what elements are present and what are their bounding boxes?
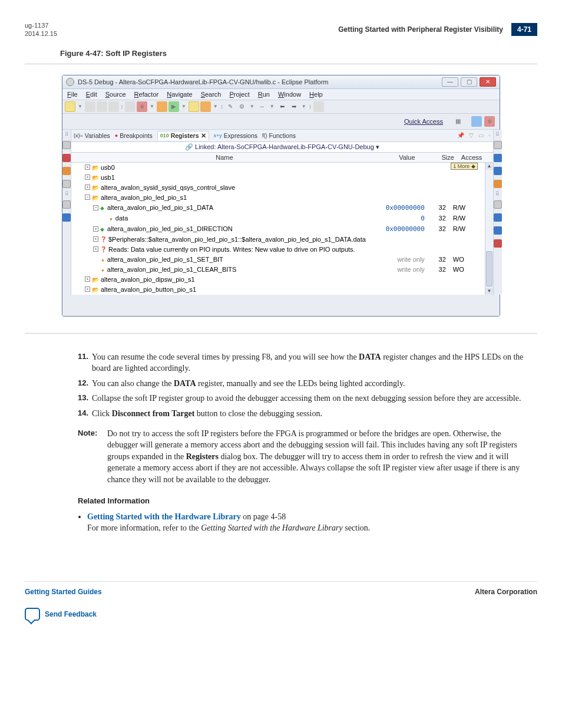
bug-side-icon[interactable] xyxy=(62,154,71,162)
tab-registers[interactable]: 010Registers ✕ xyxy=(157,131,209,140)
expander-icon[interactable]: + xyxy=(85,185,90,190)
perspective-debug-icon[interactable]: ※ xyxy=(484,116,495,127)
expander-icon[interactable]: + xyxy=(85,276,90,282)
related-link[interactable]: Getting Started with the Hardware Librar… xyxy=(87,512,241,521)
view-r1-icon[interactable] xyxy=(494,154,502,162)
linked-row[interactable]: 🔗 Linked: Altera-SoCFPGA-HardwareLib-FPG… xyxy=(71,142,493,153)
view-r6-icon[interactable] xyxy=(494,239,502,248)
restore2-icon[interactable] xyxy=(494,200,502,209)
expander-icon[interactable]: − xyxy=(93,205,98,210)
menu-search[interactable]: Search xyxy=(201,91,222,98)
new-icon[interactable] xyxy=(65,101,75,112)
quick-access-link[interactable]: Quick Access xyxy=(404,118,443,125)
maximize-view-icon[interactable]: ▫ xyxy=(488,132,491,139)
col-size[interactable]: Size xyxy=(437,153,458,162)
menu-run[interactable]: Run xyxy=(258,91,270,98)
left-sidebar[interactable]: ⠿ ⠿ xyxy=(62,130,71,295)
expander-icon[interactable]: + xyxy=(85,286,90,292)
tree-row[interactable]: − altera_avalon_pio_led_pio_s1_DATA0x000… xyxy=(71,203,485,213)
col-name[interactable]: Name xyxy=(71,153,378,162)
main-toolbar[interactable]: ▼ | ※▼ ▶▼ ▼ | ✎ ⚙▼ ↔▼ ⬅ ➡▼ | xyxy=(62,100,500,114)
save-all-icon[interactable] xyxy=(97,101,107,112)
tool-icon[interactable]: ⚙ xyxy=(237,101,247,112)
grid-header[interactable]: Name Value Size Access xyxy=(71,153,493,163)
rss-icon[interactable] xyxy=(157,101,167,112)
scroll-up-icon[interactable]: ▲ xyxy=(485,163,493,170)
menu-refactor[interactable]: Refactor xyxy=(134,91,159,98)
tree-row[interactable]: +❓ Reads: Data value currently on PIO in… xyxy=(71,245,485,255)
expander-icon[interactable]: + xyxy=(85,174,90,180)
view-r3-icon[interactable] xyxy=(494,180,502,188)
view-side-icon[interactable] xyxy=(62,213,71,222)
drag-handle-icon[interactable]: ⠿ xyxy=(65,133,69,136)
close-button[interactable]: ✕ xyxy=(480,77,496,87)
binary-icon[interactable] xyxy=(125,101,135,112)
col-value[interactable]: Value xyxy=(378,153,437,162)
expander-icon[interactable]: + xyxy=(85,164,90,170)
perspective-open-icon[interactable]: ▦ xyxy=(452,116,463,127)
drag-handle-icon[interactable]: ⠿ xyxy=(495,133,500,136)
restore-icon[interactable] xyxy=(62,141,71,149)
folder-side-icon[interactable] xyxy=(62,167,71,175)
expander-icon[interactable]: + xyxy=(93,226,98,232)
bug-icon[interactable]: ※ xyxy=(137,101,147,112)
folder-icon[interactable] xyxy=(189,101,199,112)
registers-tree[interactable]: 1 More ◆ + usb0+ usb1+ altera_avalon_sys… xyxy=(71,163,485,295)
back-button[interactable]: ⬅ xyxy=(277,101,287,112)
outline-side-icon[interactable] xyxy=(62,180,71,188)
tree-row[interactable]: + usb0 xyxy=(71,163,485,173)
menu-window[interactable]: Window xyxy=(278,91,301,98)
misc-icon[interactable] xyxy=(313,101,324,112)
tree-row[interactable]: + altera_avalon_pio_dipsw_pio_s1 xyxy=(71,275,485,285)
view-r4-icon[interactable] xyxy=(494,213,502,222)
right-sidebar[interactable]: ⠿ ⠿ xyxy=(493,130,502,295)
view-tabs[interactable]: (x)=Variables ●Breakpoints 010Registers … xyxy=(71,130,493,142)
send-feedback-link[interactable]: Send Feedback xyxy=(45,610,97,618)
menu-file[interactable]: File xyxy=(67,91,78,98)
col-access[interactable]: Access xyxy=(458,153,493,162)
tab-breakpoints[interactable]: ●Breakpoints xyxy=(115,132,153,139)
print-icon[interactable] xyxy=(108,101,119,112)
tree-row[interactable]: + usb1 xyxy=(71,173,485,183)
expander-icon[interactable]: + xyxy=(93,246,98,252)
restore-icon[interactable] xyxy=(494,141,502,149)
scroll-thumb[interactable] xyxy=(486,251,492,286)
restore2-icon[interactable] xyxy=(62,200,71,209)
minimize-button[interactable]: — xyxy=(442,77,458,87)
feedback-icon[interactable] xyxy=(25,608,40,621)
menu-navigate[interactable]: Navigate xyxy=(167,91,192,98)
scroll-down-icon[interactable]: ▼ xyxy=(485,288,493,295)
footer-left[interactable]: Getting Started Guides xyxy=(25,588,102,596)
more-badge[interactable]: 1 More ◆ xyxy=(451,163,478,170)
tree-row[interactable]: + altera_avalon_sysid_sysid_qsys_control… xyxy=(71,183,485,193)
drag-handle-icon[interactable]: ⠿ xyxy=(495,193,500,196)
expander-icon[interactable]: + xyxy=(93,236,98,242)
menu-dropdown-icon[interactable]: ▽ xyxy=(469,132,474,139)
expander-icon[interactable]: − xyxy=(85,195,90,200)
tree-row[interactable]: − altera_avalon_pio_led_pio_s1 xyxy=(71,193,485,203)
nav-icon[interactable]: ↔ xyxy=(257,101,267,112)
vertical-scrollbar[interactable]: ▲ ▼ xyxy=(485,163,493,295)
tree-row[interactable]: altera_avalon_pio_led_pio_s1_SET_BITwrit… xyxy=(71,255,485,265)
run-icon[interactable]: ▶ xyxy=(168,101,179,112)
menu-help[interactable]: Help xyxy=(309,91,323,98)
tree-row[interactable]: data032R/W xyxy=(71,213,485,224)
tab-functions[interactable]: f()Functions xyxy=(262,132,296,139)
maximize-button[interactable]: ▢ xyxy=(461,77,477,87)
drag-handle-icon[interactable]: ⠿ xyxy=(65,193,69,196)
wand-icon[interactable]: ✎ xyxy=(225,101,236,112)
tree-row[interactable]: + altera_avalon_pio_button_pio_s1 xyxy=(71,285,485,295)
perspective-1-icon[interactable] xyxy=(471,116,482,127)
save-icon[interactable] xyxy=(85,101,95,112)
tab-expressions[interactable]: x+yExpressions xyxy=(214,132,257,139)
search2-icon[interactable] xyxy=(200,101,211,112)
menu-source[interactable]: Source xyxy=(105,91,126,98)
fwd-button[interactable]: ➡ xyxy=(289,101,299,112)
view-r5-icon[interactable] xyxy=(494,226,502,235)
pin-icon[interactable]: 📌 xyxy=(457,132,464,139)
minimize-view-icon[interactable]: ▭ xyxy=(478,132,484,139)
view-r2-icon[interactable] xyxy=(494,167,502,175)
tree-row[interactable]: altera_avalon_pio_led_pio_s1_CLEAR_BITSw… xyxy=(71,265,485,275)
menu-bar[interactable]: FileEditSourceRefactorNavigateSearchProj… xyxy=(62,89,500,100)
tree-row[interactable]: +❓ $Peripherals::$altera_avalon_pio_led_… xyxy=(71,235,485,245)
